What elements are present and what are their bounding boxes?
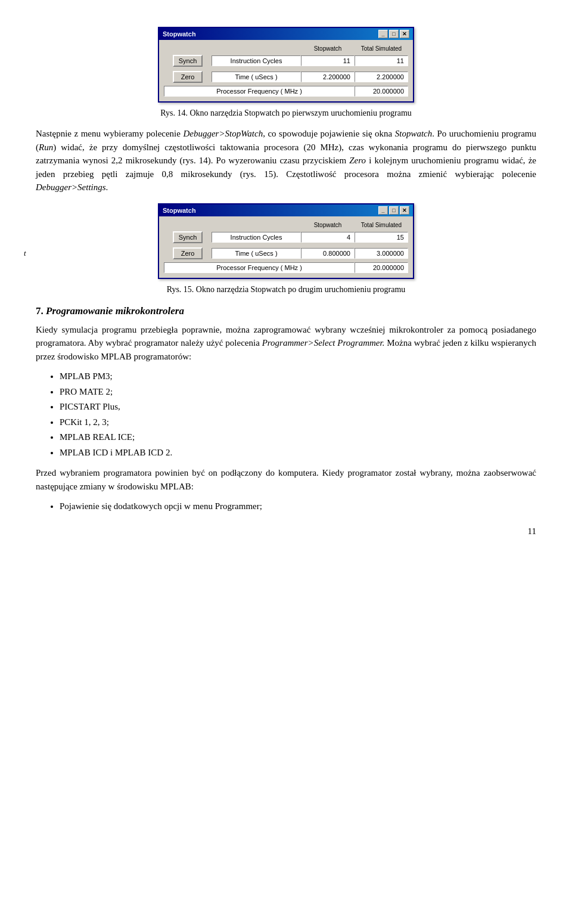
sw-row1-2: Synch Instruction Cycles 4 15 [164, 230, 408, 244]
sw-header-stopwatch-1: Stopwatch [301, 45, 355, 52]
sw-proc-val-2: 20.000000 [355, 262, 408, 273]
figure1-window-wrapper: Stopwatch _ □ ✕ Stopwatch Total Simulate… [36, 27, 536, 103]
figure1-caption: Rys. 14. Okno narzędzia Stopwatch po pie… [36, 108, 536, 118]
sw-row2-1: Zero Time ( uSecs ) 2.200000 2.200000 [164, 70, 408, 84]
win-close-1[interactable]: ✕ [400, 30, 409, 38]
sw-label-cycles-2: Instruction Cycles [212, 232, 301, 243]
mplab-changes-list: Pojawienie się dodatkowych opcji w menu … [60, 499, 536, 514]
synch-button-1[interactable]: Synch [173, 55, 203, 67]
section-7-number: 7. [36, 305, 43, 317]
sw-synch-cell-2: Synch [164, 230, 212, 244]
win-titlebar-2: Stopwatch _ □ ✕ [159, 204, 413, 216]
sw-val2-cycles-2: 15 [355, 232, 408, 243]
sw-synch-cell-1: Synch [164, 54, 212, 68]
sw-row2-2: Zero Time ( uSecs ) 0.800000 3.000000 [164, 246, 408, 261]
bullet-item-4: PCKit 1, 2, 3; [60, 415, 536, 430]
stopwatch-window-2: Stopwatch _ □ ✕ Stopwatch Total Simulate… [158, 203, 414, 279]
sw-label-time-1: Time ( uSecs ) [212, 72, 301, 82]
programmer-list: MPLAB PM3; PRO MATE 2; PICSTART Plus, PC… [60, 369, 536, 460]
sw-header-empty-1 [164, 45, 212, 52]
win-titlebar-buttons-2: _ □ ✕ [378, 206, 409, 215]
sw-row1-1: Synch Instruction Cycles 11 11 [164, 54, 408, 68]
zero-ref: Zero [349, 156, 366, 165]
sw-val2-cycles-1: 11 [355, 55, 408, 66]
win-titlebar-buttons-1: _ □ ✕ [378, 30, 409, 38]
win-body-1: Stopwatch Total Simulated Synch Instruct… [159, 40, 413, 101]
zero-button-2[interactable]: Zero [173, 247, 203, 259]
run-ref: Run [39, 142, 53, 152]
sw-header-empty-2 [212, 45, 301, 52]
bullet-item-7: Pojawienie się dodatkowych opcji w menu … [60, 499, 536, 514]
win-maximize-1[interactable]: □ [389, 30, 399, 38]
section-7-title: Programowanie mikrokontrolera [46, 305, 184, 317]
sw-header-stopwatch-2: Stopwatch [301, 221, 355, 229]
body-paragraph-3: Przed wybraniem programatora powinien by… [36, 466, 536, 493]
sw-zero-cell-1: Zero [164, 70, 212, 84]
sw-proc-label-1: Processor Frequency ( MHz ) [164, 86, 355, 97]
sw-label-cycles-1: Instruction Cycles [212, 55, 301, 66]
win-titlebar-1: Stopwatch _ □ ✕ [159, 28, 413, 40]
sw-proc-row-1: Processor Frequency ( MHz ) 20.000000 [164, 86, 408, 97]
figure2-caption: Rys. 15. Okno narzędzia Stopwatch po dru… [36, 285, 536, 294]
sw-header-total-2: Total Simulated [355, 221, 408, 229]
figure2-container: t Stopwatch _ □ ✕ Stopwatch [36, 203, 536, 294]
figure1-container: Stopwatch _ □ ✕ Stopwatch Total Simulate… [36, 27, 536, 118]
sw-val1-cycles-1: 11 [301, 55, 355, 66]
sw-proc-row-2: Processor Frequency ( MHz ) 20.000000 [164, 262, 408, 273]
sw-header-row-2: Stopwatch Total Simulated [164, 221, 408, 229]
page-number: 11 [36, 526, 536, 537]
sw-header-row-1: Stopwatch Total Simulated [164, 45, 408, 52]
side-marker: t [24, 249, 26, 258]
debugger-settings-ref: Debugger>Settings [36, 182, 106, 192]
win-title-2: Stopwatch [163, 207, 196, 214]
sw-header-total-1: Total Simulated [355, 45, 408, 52]
programmer-select-ref: Programmer>Select Programmer. [262, 338, 385, 348]
bullet-item-5: MPLAB REAL ICE; [60, 430, 536, 445]
win-minimize-2[interactable]: _ [378, 206, 388, 215]
debugger-stopwatch-ref: Debugger>StopWatch [183, 129, 263, 138]
body-paragraph-1: Następnie z menu wybieramy polecenie Deb… [36, 127, 536, 194]
sw-zero-cell-2: Zero [164, 246, 212, 261]
stopwatch-ref: Stopwatch [395, 129, 433, 138]
bullet-item-3: PICSTART Plus, [60, 399, 536, 415]
zero-button-1[interactable]: Zero [173, 71, 203, 83]
sw-proc-val-1: 20.000000 [355, 86, 408, 97]
sw-val1-time-1: 2.200000 [301, 72, 355, 82]
win-body-2: Stopwatch Total Simulated Synch Instruct… [159, 216, 413, 278]
bullet-7-italic: Programmer; [215, 501, 262, 511]
section-7-heading: 7. Programowanie mikrokontrolera [36, 305, 536, 317]
sw-header-empty-3 [164, 221, 212, 229]
bullet-7-text: Pojawienie się dodatkowych opcji w menu [60, 501, 213, 511]
sw-val1-time-2: 0.800000 [301, 248, 355, 259]
sw-proc-label-2: Processor Frequency ( MHz ) [164, 262, 355, 273]
sw-val1-cycles-2: 4 [301, 232, 355, 243]
bullet-item-1: MPLAB PM3; [60, 369, 536, 385]
bullet-item-6: MPLAB ICD i MPLAB ICD 2. [60, 445, 536, 461]
synch-button-2[interactable]: Synch [173, 231, 203, 243]
sw-val2-time-2: 3.000000 [355, 248, 408, 259]
figure2-window-wrapper: Stopwatch _ □ ✕ Stopwatch Total Simulate… [36, 203, 536, 279]
win-title-1: Stopwatch [163, 30, 196, 38]
sw-val2-time-1: 2.200000 [355, 72, 408, 82]
page-content: Stopwatch _ □ ✕ Stopwatch Total Simulate… [36, 27, 536, 537]
win-minimize-1[interactable]: _ [378, 30, 388, 38]
body-paragraph-2: Kiedy symulacja programu przebiegła popr… [36, 323, 536, 364]
win-close-2[interactable]: ✕ [400, 206, 409, 215]
win-maximize-2[interactable]: □ [389, 206, 399, 215]
sw-label-time-2: Time ( uSecs ) [212, 248, 301, 259]
stopwatch-window-1: Stopwatch _ □ ✕ Stopwatch Total Simulate… [158, 27, 414, 103]
bullet-item-2: PRO MATE 2; [60, 385, 536, 400]
sw-header-empty-4 [212, 221, 301, 229]
